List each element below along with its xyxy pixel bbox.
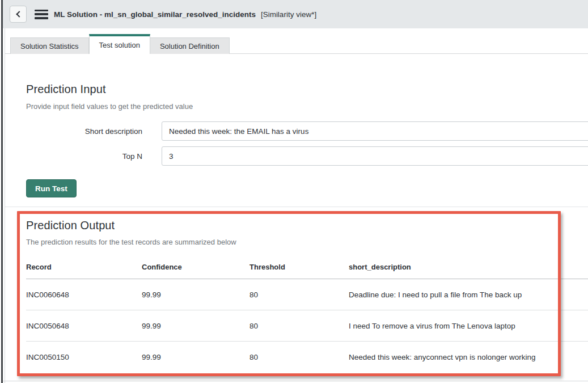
tab-label: Solution Statistics [20,42,79,50]
short-description-cell: I need To remove a virus from The Lenova… [349,322,588,330]
menu-icon[interactable] [35,10,48,19]
section-divider [5,207,588,207]
threshold-cell: 80 [249,353,349,361]
record-title: ML Solution - ml_sn_global_similar_resol… [54,10,256,19]
column-header-record: Record [26,263,142,271]
short-description-label: Short description [26,121,142,141]
table-row: INC0050648 99.99 80 I need To remove a v… [26,310,588,342]
top-n-input[interactable] [162,146,588,166]
record-cell: INC0060648 [26,291,142,299]
confidence-cell: 99.99 [142,291,249,299]
form-row-short-description: Short description [0,121,588,141]
short-description-input[interactable] [162,121,588,141]
window-left-edge [1,0,3,383]
view-label: [Similarity view*] [261,10,316,19]
header-bar: ML Solution - ml_sn_global_similar_resol… [3,0,588,28]
column-header-short-description: short_description [349,263,588,271]
column-header-confidence: Confidence [142,263,249,271]
back-button[interactable] [10,6,27,23]
short-description-cell: Deadline due: I need to pull a file from… [349,291,588,299]
chevron-left-icon [16,11,22,17]
threshold-cell: 80 [249,322,349,330]
run-test-button[interactable]: Run Test [26,179,77,197]
tab-solution-definition[interactable]: Solution Definition [150,37,230,54]
table-row: INC0060648 99.99 80 Deadline due: I need… [26,279,588,310]
page-title: ML Solution - ml_sn_global_similar_resol… [54,10,316,19]
prediction-input-title: Prediction Input [26,83,106,96]
form-row-top-n: Top N [0,146,588,166]
prediction-output-title: Prediction Output [26,219,115,232]
table-header-row: Record Confidence Threshold short_descri… [26,258,588,279]
tab-strip: Solution Statistics Test solution Soluti… [5,34,588,54]
tab-test-solution[interactable]: Test solution [89,34,150,54]
confidence-cell: 99.99 [142,353,249,361]
tab-label: Solution Definition [160,42,219,50]
threshold-cell: 80 [249,291,349,299]
short-description-cell: Needed this week: anyconnect vpn is nolo… [349,353,588,361]
prediction-output-subtitle: The prediction results for the test reco… [26,238,236,246]
tab-label: Test solution [99,41,140,49]
form-pane-border [5,28,5,383]
confidence-cell: 99.99 [142,322,249,330]
record-cell: INC0050150 [26,353,142,361]
ml-solution-test-screen: ML Solution - ml_sn_global_similar_resol… [0,0,588,383]
tab-solution-statistics[interactable]: Solution Statistics [10,37,89,54]
prediction-results-table: Record Confidence Threshold short_descri… [26,258,588,373]
record-cell: INC0050648 [26,322,142,330]
table-row: INC0050150 99.99 80 Needed this week: an… [26,342,588,373]
prediction-input-subtitle: Provide input field values to get the pr… [26,102,193,111]
page-bottom-border [3,381,588,381]
column-header-threshold: Threshold [249,263,349,271]
top-n-label: Top N [26,146,142,166]
